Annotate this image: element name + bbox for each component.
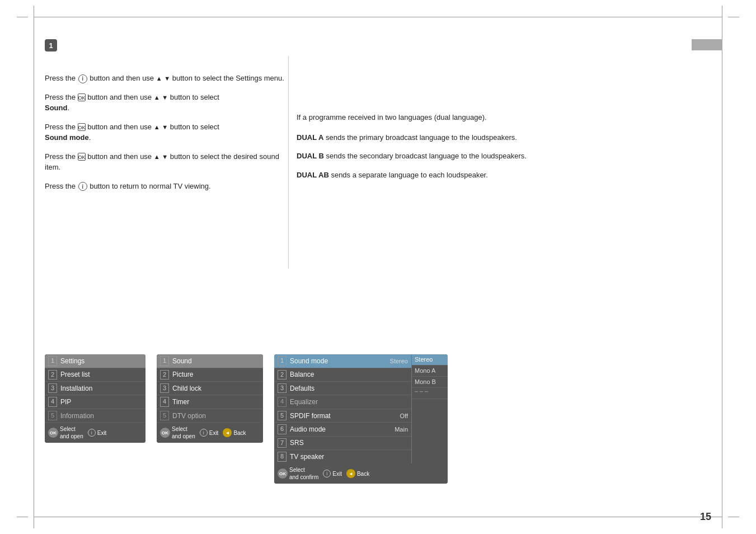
- settings-menu-container: 1 Settings 2 Preset list 3 Installation …: [45, 354, 145, 443]
- menu-label-settings: Settings: [60, 357, 142, 365]
- sub-opt-flat[interactable]: ⎻ ⎻ ⎻: [412, 388, 448, 399]
- right-column: If a programme received in two languages…: [297, 112, 565, 188]
- tick-mark: [728, 517, 739, 517]
- back-label-sound: Back: [233, 430, 246, 436]
- sub-opt-mono-a[interactable]: Mono A: [412, 366, 448, 377]
- menu-label-timer: Timer: [172, 398, 260, 406]
- confirm-text-sm: and confirm: [289, 474, 318, 481]
- instruction-1: Press the i button and then use ▲ ▼ butt…: [45, 73, 285, 84]
- menu-row-picture[interactable]: 2 Picture: [157, 368, 263, 382]
- menu-val-spdif: Off: [380, 413, 408, 419]
- menu-num-m2: 2: [278, 370, 287, 380]
- right-intro-text: If a programme received in two languages…: [297, 113, 487, 121]
- menu-label-sound: Sound: [172, 357, 260, 365]
- settings-menu-footer: OK Select and open i Exit: [45, 423, 145, 443]
- page-border: [34, 17, 34, 517]
- tick-mark: [17, 517, 28, 517]
- column-divider: [288, 56, 289, 269]
- menu-num-m5: 5: [278, 411, 287, 420]
- menu-label-defaults: Defaults: [290, 385, 408, 392]
- menu-num-m1: 1: [278, 356, 287, 366]
- ok-btn-icon-3: OK: [78, 123, 86, 131]
- sound-mode-menu-container: 1 Sound mode Stereo 2 Balance 3 Defaults: [274, 354, 448, 484]
- inst1-end: button to select the Settings menu.: [172, 74, 284, 82]
- ok-icon: OK: [48, 428, 58, 438]
- menu-row-balance[interactable]: 2 Balance: [274, 368, 411, 382]
- right-dual-a: DUAL A sends the primary broadcast langu…: [297, 132, 565, 143]
- menu-row-pip[interactable]: 4 PIP: [45, 395, 145, 409]
- menu-row-audiomode[interactable]: 6 Audio mode Main: [274, 423, 411, 436]
- back-icon-sound: ◄: [223, 428, 232, 437]
- menu-num-m6: 6: [278, 424, 287, 434]
- and-open-text: and open: [60, 433, 83, 440]
- menu-row-childlock[interactable]: 3 Child lock: [157, 382, 263, 395]
- back-label-sm: Back: [357, 471, 369, 477]
- exit-btn-sm: i Exit: [323, 470, 342, 477]
- arrow-up-3: ▲: [154, 124, 160, 130]
- dual-b-text: sends the secondary broadcast language t…: [326, 152, 527, 160]
- menu-row-sound[interactable]: 1 Sound: [157, 354, 263, 368]
- menu-val-audiomode: Main: [380, 426, 408, 433]
- menu-row-preset[interactable]: 2 Preset list: [45, 368, 145, 382]
- menu-row-settings[interactable]: 1 Settings: [45, 354, 145, 368]
- dual-ab-label: DUAL AB: [297, 171, 329, 179]
- tick-mark: [728, 17, 739, 17]
- menu-num-m3: 3: [278, 383, 287, 393]
- inst2-period: .: [67, 104, 69, 112]
- menu-row-installation[interactable]: 3 Installation: [45, 382, 145, 395]
- instruction-3: Press the OK button and then use ▲ ▼ but…: [45, 121, 285, 143]
- menu-row-srs[interactable]: 7 SRS: [274, 437, 411, 450]
- menu-label-preset: Preset list: [60, 371, 142, 378]
- menu-row-defaults[interactable]: 3 Defaults: [274, 382, 411, 395]
- menu-label-dtv: DTV option: [172, 412, 260, 420]
- step-badge: 1: [45, 39, 57, 51]
- arrow-down-4: ▼: [162, 153, 168, 160]
- inst3-period: .: [89, 133, 91, 142]
- page-border: [34, 17, 722, 17]
- ok-icon-sound: OK: [160, 428, 170, 438]
- sound-menu-container: 1 Sound 2 Picture 3 Child lock 4 Timer 5: [157, 354, 263, 443]
- ok-btn-icon-2: OK: [78, 93, 86, 101]
- sound-mode-menu: 1 Sound mode Stereo 2 Balance 3 Defaults: [274, 354, 448, 484]
- menu-label-information: Information: [60, 412, 142, 420]
- menu-row-timer[interactable]: 4 Timer: [157, 395, 263, 409]
- menu-label-tvspeaker: TV speaker: [290, 453, 408, 461]
- sound-mode-row-wrapper: 1 Sound mode Stereo 2 Balance 3 Defaults: [274, 354, 448, 463]
- inst2-pre: Press the: [45, 93, 78, 101]
- menu-row-tvspeaker[interactable]: 8 TV speaker: [274, 450, 411, 463]
- menu-row-soundmode[interactable]: 1 Sound mode Stereo: [274, 354, 411, 368]
- right-dual-ab: DUAL AB sends a separate language to eac…: [297, 170, 565, 181]
- back-btn-sm: ◄ Back: [346, 469, 369, 478]
- inst5-pre: Press the: [45, 182, 78, 190]
- page-border: [34, 517, 722, 517]
- menu-row-spdif[interactable]: 5 SPDIF format Off: [274, 409, 411, 423]
- exit-icon-sm: i: [323, 470, 331, 477]
- sound-mode-footer: OK Select and confirm i Exit ◄ Back: [274, 463, 448, 484]
- inst5-end: button to return to normal TV viewing.: [90, 182, 211, 190]
- menu-num-s4: 4: [160, 397, 169, 406]
- inst2-end: button to select: [170, 93, 219, 101]
- select-open-btn: OK Select and open: [48, 425, 83, 440]
- menu-num-s5: 5: [160, 411, 169, 420]
- menu-label-soundmode: Sound mode: [290, 357, 380, 365]
- exit-icon-sound: i: [200, 429, 208, 437]
- menu-num-s3: 3: [160, 383, 169, 393]
- sub-opt-mono-b[interactable]: Mono B: [412, 377, 448, 388]
- select-text-sm: Select: [289, 466, 318, 474]
- menu-row-information[interactable]: 5 Information: [45, 409, 145, 423]
- instructions-column: Press the i button and then use ▲ ▼ butt…: [45, 56, 285, 199]
- sound-mode-main-col: 1 Sound mode Stereo 2 Balance 3 Defaults: [274, 354, 411, 463]
- exit-label-settings: Exit: [97, 430, 107, 436]
- menu-num-m8: 8: [278, 452, 287, 461]
- page-border: [722, 17, 722, 517]
- menu-num-m4: 4: [278, 397, 287, 406]
- tick-mark: [17, 17, 28, 17]
- menu-row-dtv[interactable]: 5 DTV option: [157, 409, 263, 423]
- dual-ab-text: sends a separate language to each loudsp…: [331, 171, 487, 179]
- dual-a-text: sends the primary broadcast language to …: [326, 133, 517, 142]
- sub-opt-stereo[interactable]: Stereo: [412, 354, 448, 366]
- exit-btn-settings: i Exit: [88, 429, 107, 437]
- menu-row-equalizer[interactable]: 4 Equalizer: [274, 395, 411, 409]
- select-label: Select and open: [60, 425, 83, 440]
- exit-label-sm: Exit: [332, 471, 342, 477]
